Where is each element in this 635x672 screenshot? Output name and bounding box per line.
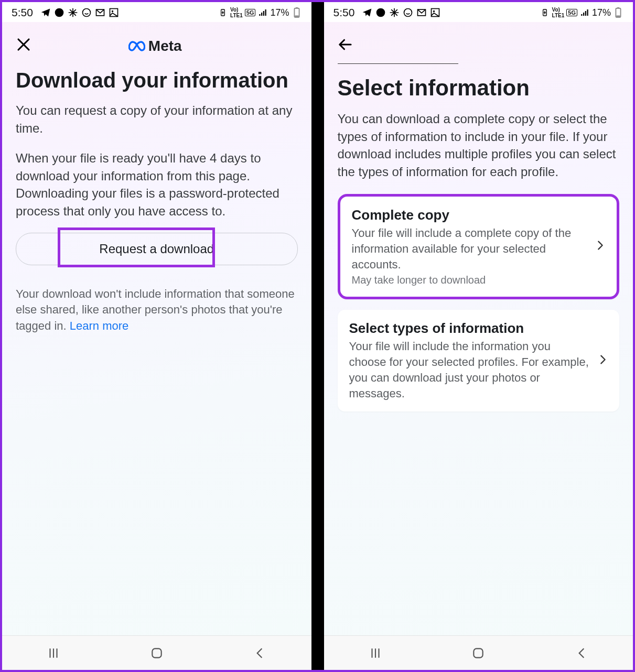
whatsapp-icon — [81, 7, 92, 18]
footnote: Your download won't include information … — [16, 286, 298, 334]
chevron-right-icon — [597, 353, 609, 369]
status-bar: 5:50 Vo)LTE1 5G 17% — [324, 2, 633, 22]
gmail-icon — [95, 7, 105, 18]
meta-infinity-icon — [128, 40, 145, 52]
intro-paragraph: You can download a complete copy or sele… — [338, 110, 620, 180]
option-title: Complete copy — [352, 207, 587, 223]
phone-left: 5:50 Vo)LTE1 5G 17% Meta — [2, 2, 311, 670]
slack-icon — [68, 7, 78, 18]
learn-more-link[interactable]: Learn more — [70, 319, 129, 332]
close-icon[interactable] — [16, 37, 31, 56]
footnote-text: Your download won't include information … — [16, 287, 295, 333]
battery-saver-icon — [540, 7, 550, 18]
option-description: Your file will include a complete copy o… — [352, 225, 587, 272]
header-row: Meta — [16, 37, 298, 56]
option-description: Your file will include the information y… — [349, 339, 589, 401]
page-content-right: Select information You can download a co… — [324, 22, 633, 635]
svg-rect-16 — [617, 7, 619, 8]
svg-point-12 — [433, 10, 435, 12]
back-button[interactable] — [573, 645, 590, 662]
status-time: 5:50 — [333, 6, 355, 19]
telegram-icon — [362, 7, 372, 18]
options-list: Complete copy Your file will include a c… — [338, 194, 620, 422]
signal-icon — [257, 7, 268, 18]
signal-icon — [579, 7, 590, 18]
slack-icon — [389, 7, 400, 18]
svg-point-0 — [82, 9, 90, 17]
telegram-icon — [40, 7, 51, 18]
svg-rect-17 — [474, 648, 483, 657]
svg-point-3 — [112, 10, 113, 12]
status-left: 5:50 — [12, 6, 119, 19]
svg-rect-15 — [616, 16, 620, 17]
battery-saver-icon — [218, 7, 228, 18]
back-arrow-icon[interactable] — [338, 38, 353, 56]
option-title: Select types of information — [349, 320, 589, 337]
5g-icon: 5G — [245, 9, 256, 16]
volte-icon: Vo)LTE1 — [230, 7, 243, 18]
whatsapp-icon — [403, 7, 413, 18]
recents-button[interactable] — [367, 645, 384, 662]
svg-rect-8 — [152, 648, 161, 657]
back-button[interactable] — [251, 645, 268, 662]
status-bar: 5:50 Vo)LTE1 5G 17% — [2, 2, 311, 22]
svg-rect-6 — [295, 16, 298, 17]
phone-right: 5:50 Vo)LTE1 5G 17% Select information Y… — [324, 2, 633, 670]
photos-icon — [109, 7, 119, 18]
battery-percent: 17% — [270, 7, 289, 18]
home-button[interactable] — [148, 645, 165, 662]
svg-point-9 — [404, 9, 412, 17]
battery-icon — [292, 7, 302, 18]
battery-percent: 17% — [592, 7, 611, 18]
chevron-right-icon — [595, 239, 606, 255]
recents-button[interactable] — [45, 645, 62, 662]
status-time: 5:50 — [12, 6, 33, 19]
photos-icon — [430, 7, 440, 18]
home-button[interactable] — [470, 645, 487, 662]
battery-icon — [613, 7, 623, 18]
intro-paragraph-2: When your file is ready you'll have 4 da… — [16, 149, 298, 220]
status-right: Vo)LTE1 5G 17% — [540, 7, 623, 18]
page-content-left: Meta Download your information You can r… — [2, 22, 311, 635]
header-underline — [338, 63, 458, 64]
android-nav-bar — [324, 635, 633, 670]
gmail-icon — [416, 7, 427, 18]
svg-rect-7 — [296, 7, 298, 8]
meta-brand-text: Meta — [148, 38, 182, 55]
option-complete-copy[interactable]: Complete copy Your file will include a c… — [338, 194, 620, 299]
screenshot-divider — [311, 2, 324, 670]
5g-icon: 5G — [566, 9, 577, 16]
meta-logo: Meta — [31, 38, 279, 55]
request-download-button[interactable]: Request a download — [16, 233, 298, 265]
status-left: 5:50 — [333, 6, 441, 19]
chat-icon — [54, 7, 64, 18]
option-note: May take longer to download — [352, 274, 587, 286]
volte-icon: Vo)LTE1 — [552, 7, 565, 18]
android-nav-bar — [2, 635, 311, 670]
option-select-types[interactable]: Select types of information Your file wi… — [338, 310, 620, 411]
page-title: Download your information — [16, 68, 298, 92]
status-right: Vo)LTE1 5G 17% — [218, 7, 302, 18]
intro-paragraph-1: You can request a copy of your informati… — [16, 102, 298, 137]
chat-icon — [375, 7, 386, 18]
back-row — [338, 37, 620, 64]
page-title: Select information — [338, 75, 620, 101]
